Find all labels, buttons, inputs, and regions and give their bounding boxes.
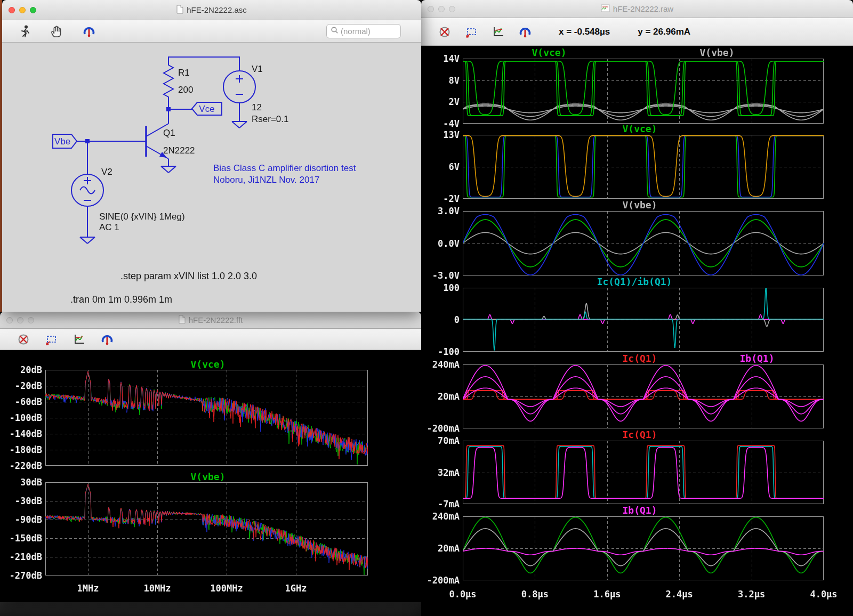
minimize-button[interactable] [19,7,26,13]
comment-line-2: Noboru, Ji1NZL Nov. 2017 [213,175,319,185]
zoom-button[interactable] [30,7,36,13]
zoom-button[interactable] [449,6,455,12]
voltage-source-v2[interactable]: V2 SINE(0 {xVIN} 1Meg) AC 1 [71,167,185,244]
traffic-lights [6,312,34,328]
zoom-button[interactable] [28,317,34,323]
step-directive: .step param xVIN list 1.0 2.0 3.0 [120,271,257,281]
plot-settings-icon[interactable] [489,23,508,41]
current-probe-icon[interactable] [516,23,534,41]
search-icon [331,26,339,36]
desktop: hFE-2N2222.asc [0,0,853,616]
v2-name: V2 [101,167,112,177]
cursor-y-readout: y = 26.96mA [638,27,690,37]
cursor-x-readout: x = -0.548µs [559,27,610,37]
pan-hand-icon[interactable] [48,22,66,40]
q1-name: Q1 [163,128,175,138]
search-box [326,24,401,38]
tran-directive: .tran 0m 1m 0.996m 1m [70,294,172,305]
v1-name: V1 [252,64,263,74]
raw-plot-area: V(vce)V(vbe)14V8V2V-4VV(vce)13V6V-2VV(vb… [421,46,853,616]
window-title: hFE-2N2222.raw [613,4,673,13]
voltage-source-v1[interactable]: V1 12 Rser=0.1 [223,64,288,128]
window-title: hFE-2N2222.asc [187,5,247,14]
autorange-icon[interactable] [436,23,454,41]
vce-label: Vce [199,104,214,114]
transistor-q1[interactable]: Q1 2N2222 [146,124,195,173]
fft-toolbar [0,329,421,350]
v1-rser: Rser=0.1 [252,114,288,124]
schematic-toolbar [2,20,421,43]
r1-value: 200 [178,85,193,95]
desktop-bottom-strip [0,602,421,616]
zoom-box-icon[interactable] [463,23,481,41]
v1-value: 12 [252,102,262,112]
q1-model: 2N2222 [163,145,195,156]
wires[interactable] [77,57,239,237]
v2-ac: AC 1 [99,222,119,232]
traffic-lights [428,0,455,18]
raw-titlebar[interactable]: hFE-2N2222.raw [421,0,853,18]
schematic-canvas[interactable]: R1 200 V1 12 Rser=0.1 Vce [2,43,421,312]
traffic-lights [9,0,36,20]
zoom-box-icon[interactable] [43,330,61,348]
close-button[interactable] [428,6,434,12]
raw-toolbar: x = -0.548µs y = 26.96mA [421,18,853,46]
schematic-titlebar[interactable]: hFE-2N2222.asc [2,0,421,20]
autorange-icon[interactable] [15,330,33,348]
vbe-label: Vbe [54,136,70,147]
schematic-window: hFE-2N2222.asc [2,0,421,312]
current-probe-icon[interactable] [80,22,98,40]
v2-value: SINE(0 {xVIN} 1Meg) [99,212,185,222]
raw-plot-canvas[interactable] [421,46,853,616]
window-title: hFE-2N2222.fft [189,315,243,325]
fft-plot-canvas[interactable] [0,350,421,602]
comment-line-1: Bias Class C amplifier disortion test [213,163,356,173]
waveform-document-icon [601,4,610,14]
resistor-r1[interactable]: R1 200 [164,61,193,101]
fft-plot-area: V(vce)20dB-20dB-60dB-100dB-140dB-180dB-2… [0,350,421,602]
raw-window: hFE-2N2222.raw x = -0.548µs y = 26.96mA … [421,0,853,616]
search-input[interactable] [341,27,397,36]
plot-settings-icon[interactable] [70,330,88,348]
fft-titlebar[interactable]: hFE-2N2222.fft [0,312,421,329]
minimize-button[interactable] [17,317,23,323]
document-icon [176,5,183,15]
fft-window: hFE-2N2222.fft V(vce)20dB-20dB-60dB-100d… [0,312,421,602]
current-probe-icon[interactable] [98,330,116,348]
minimize-button[interactable] [438,6,445,12]
r1-name: R1 [178,68,190,78]
document-icon [179,315,186,326]
close-button[interactable] [6,317,13,323]
close-button[interactable] [9,7,15,13]
run-icon[interactable] [16,22,34,40]
